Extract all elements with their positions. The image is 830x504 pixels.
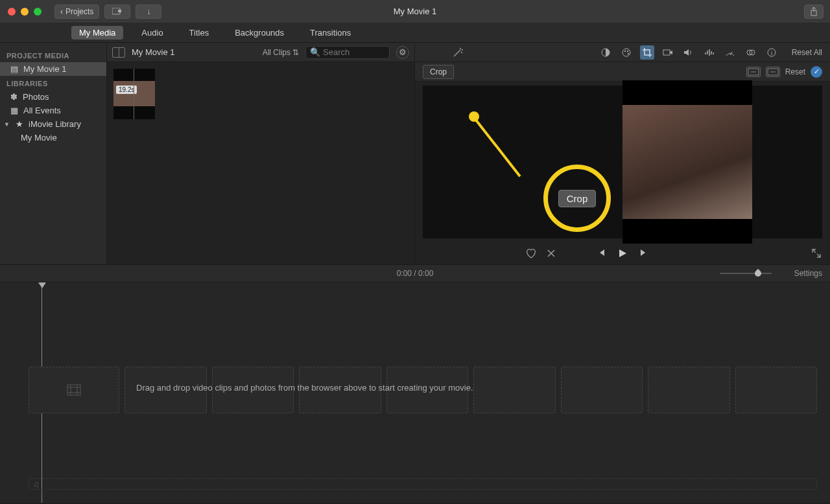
info-button[interactable]: i [765,45,779,60]
equalizer-icon [704,48,715,57]
tab-my-media[interactable]: My Media [71,26,123,40]
speedometer-icon [725,48,735,57]
film-icon: ▤ [10,64,18,74]
viewer-canvas[interactable]: Crop [423,86,822,238]
close-window[interactable] [8,8,16,16]
svg-point-4 [622,49,630,56]
time-total: 0:00 [418,269,433,278]
rotate-ccw-button[interactable] [746,67,761,77]
time-current: 0:00 [397,269,412,278]
share-button[interactable] [804,5,824,19]
sidebar-photos[interactable]: ✽ Photos [0,90,106,104]
minimize-window[interactable] [21,8,29,16]
sidebar-project[interactable]: ▤ My Movie 1 [0,62,106,76]
media-browser: My Movie 1 All Clips ⇅ 🔍 Search ⚙ 19.2s [107,43,415,264]
viewer: i Reset All Crop Reset ✓ [415,43,830,264]
clip-thumbnail[interactable]: 19.2s [113,69,155,119]
tab-audio[interactable]: Audio [134,26,171,40]
play-icon [617,248,628,258]
clip-duration: 19.2s [116,86,137,94]
camera-icon [663,49,673,56]
media-tabs: My Media Audio Titles Backgrounds Transi… [0,23,830,43]
timeline-slot[interactable] [735,367,818,413]
viewer-adjustment-toolbar: i Reset All [415,43,830,62]
search-input[interactable]: 🔍 Search [305,46,390,59]
svg-point-7 [627,52,628,54]
svg-point-5 [624,50,625,51]
svg-rect-15 [67,385,80,395]
timeline-slot[interactable] [648,367,730,413]
fullscreen-button[interactable] [812,249,821,258]
sidebar-all-events[interactable]: ▦ All Events [0,104,106,117]
heart-icon [525,248,537,258]
timeline-zoom-slider[interactable] [720,273,778,274]
crop-apply-button[interactable]: ✓ [811,66,822,78]
volume-button[interactable] [682,45,696,60]
tab-backgrounds[interactable]: Backgrounds [227,26,292,40]
clips-filter-dropdown[interactable]: All Clips ⇅ [263,48,299,57]
speaker-icon [683,48,694,57]
timeline-hint-text: Drag and drop video clips and photos fro… [136,383,473,393]
browser-toolbar: My Movie 1 All Clips ⇅ 🔍 Search ⚙ [107,43,414,62]
rotate-cw-button[interactable] [766,67,780,77]
viewer-playback-controls [415,242,830,264]
rotate-left-icon [747,67,760,76]
maximize-window[interactable] [34,8,42,16]
sidebar-my-movie[interactable]: My Movie [0,131,106,144]
tab-transitions[interactable]: Transitions [302,26,359,40]
svg-rect-1 [118,10,121,12]
crop-reset-button[interactable]: Reset [785,67,805,76]
download-button[interactable]: ↓ [136,5,161,19]
prev-frame-button[interactable] [597,248,606,258]
reject-button[interactable] [546,248,556,258]
search-icon: 🔍 [310,47,320,57]
music-note-icon: ♫ [33,479,40,489]
next-frame-button[interactable] [639,248,648,258]
star-icon: ★ [16,119,23,129]
download-icon: ↓ [147,7,150,16]
sidebar: PROJECT MEDIA ▤ My Movie 1 LIBRARIES ✽ P… [0,43,107,264]
calendar-icon: ▦ [10,106,18,115]
play-button[interactable] [617,248,628,258]
timeline-settings-button[interactable]: Settings [794,269,822,278]
add-media-slot[interactable] [29,367,119,413]
skip-forward-icon [639,248,648,257]
timeline-slot[interactable] [561,367,643,413]
favorite-button[interactable] [525,248,537,258]
projects-back-button[interactable]: ‹ Projects [54,5,99,19]
audio-track[interactable]: ♫ [29,478,817,490]
browser-settings-button[interactable]: ⚙ [396,46,409,59]
clips-filter-label: All Clips [263,48,290,57]
check-icon: ✓ [814,67,820,76]
svg-point-6 [626,50,628,51]
import-media-button[interactable] [104,5,130,19]
color-correction-button[interactable] [619,45,634,60]
overlap-icon [746,48,756,57]
disclosure-triangle-icon[interactable]: ▼ [4,121,9,128]
speed-button[interactable] [723,45,737,60]
timeline[interactable]: Drag and drop video clips and photos fro… [0,282,830,503]
expand-icon [812,249,821,258]
browser-title: My Movie 1 [132,47,174,57]
x-icon [546,248,556,258]
sidebar-imovie-library[interactable]: ▼ ★ iMovie Library [0,117,106,131]
flower-icon: ✽ [10,92,18,102]
video-preview [622,105,752,219]
timeline-slot[interactable] [473,367,556,413]
noise-reduction-button[interactable] [702,45,717,60]
video-effects-button[interactable] [744,45,758,60]
color-balance-button[interactable] [599,45,613,60]
crop-button[interactable] [640,45,654,60]
enhance-button[interactable] [451,46,464,59]
wand-icon [451,46,464,59]
tab-titles[interactable]: Titles [182,26,217,40]
browser-content: 19.2s [107,62,414,264]
dropdown-arrows-icon: ⇅ [292,48,299,57]
layout-toggle[interactable] [112,47,125,58]
svg-text:i: i [771,50,772,56]
skip-back-icon [597,248,606,257]
crop-mode-chip[interactable]: Crop [423,65,454,79]
timecode: 0:00 / 0:00 [397,269,434,278]
stabilization-button[interactable] [661,45,675,60]
reset-all-button[interactable]: Reset All [792,48,822,57]
